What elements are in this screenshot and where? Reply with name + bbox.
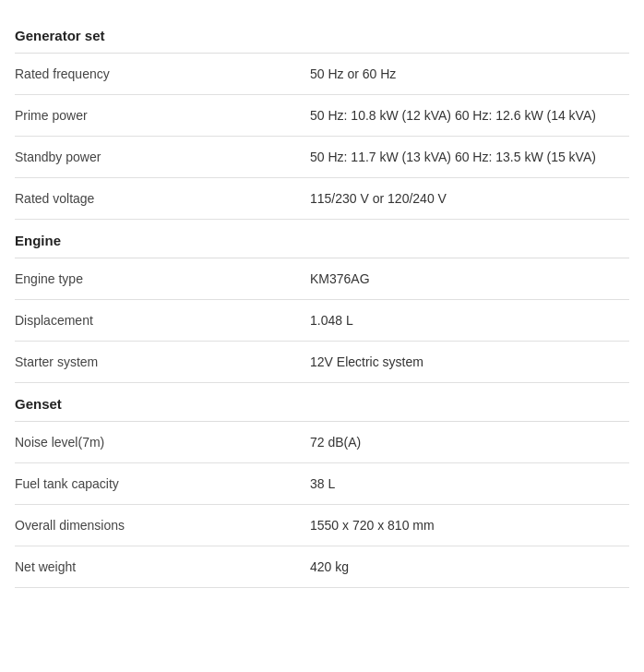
section-title-genset: Genset bbox=[15, 383, 629, 422]
spec-value: 12V Electric system bbox=[310, 354, 629, 369]
spec-label: Net weight bbox=[15, 559, 310, 574]
spec-label: Noise level(7m) bbox=[15, 435, 310, 450]
table-row: Noise level(7m)72 dB(A) bbox=[15, 422, 629, 463]
table-row: Rated frequency50 Hz or 60 Hz bbox=[15, 54, 629, 95]
spec-label: Standby power bbox=[15, 150, 310, 164]
spec-value: 50 Hz: 10.8 kW (12 kVA) 60 Hz: 12.6 kW (… bbox=[310, 108, 629, 123]
spec-label: Rated voltage bbox=[15, 191, 310, 206]
spec-label: Overall dimensions bbox=[15, 518, 310, 533]
table-row: Fuel tank capacity38 L bbox=[15, 463, 629, 505]
section-title-engine: Engine bbox=[15, 220, 629, 258]
spec-value: 115/230 V or 120/240 V bbox=[310, 191, 629, 206]
spec-value: 1550 x 720 x 810 mm bbox=[310, 518, 629, 533]
spec-label: Starter system bbox=[15, 354, 310, 369]
table-row: Overall dimensions1550 x 720 x 810 mm bbox=[15, 505, 629, 546]
spec-value: 420 kg bbox=[310, 559, 629, 574]
table-row: Rated voltage115/230 V or 120/240 V bbox=[15, 178, 629, 220]
spec-value: 50 Hz: 11.7 kW (13 kVA) 60 Hz: 13.5 kW (… bbox=[310, 150, 629, 164]
spec-value: 72 dB(A) bbox=[310, 435, 629, 450]
spec-value: 50 Hz or 60 Hz bbox=[310, 66, 629, 81]
specs-container: Generator setRated frequency50 Hz or 60 … bbox=[0, 0, 644, 603]
table-row: Net weight420 kg bbox=[15, 546, 629, 588]
table-row: Displacement1.048 L bbox=[15, 300, 629, 342]
spec-label: Fuel tank capacity bbox=[15, 476, 310, 491]
section-title-generator-set: Generator set bbox=[15, 15, 629, 54]
table-row: Prime power50 Hz: 10.8 kW (12 kVA) 60 Hz… bbox=[15, 95, 629, 137]
spec-label: Prime power bbox=[15, 108, 310, 123]
table-row: Engine typeKM376AG bbox=[15, 258, 629, 300]
table-row: Starter system12V Electric system bbox=[15, 342, 629, 383]
spec-label: Displacement bbox=[15, 313, 310, 328]
spec-value: KM376AG bbox=[310, 271, 629, 286]
spec-label: Rated frequency bbox=[15, 66, 310, 81]
table-row: Standby power50 Hz: 11.7 kW (13 kVA) 60 … bbox=[15, 137, 629, 178]
spec-value: 38 L bbox=[310, 476, 629, 491]
spec-value: 1.048 L bbox=[310, 313, 629, 328]
spec-label: Engine type bbox=[15, 271, 310, 286]
